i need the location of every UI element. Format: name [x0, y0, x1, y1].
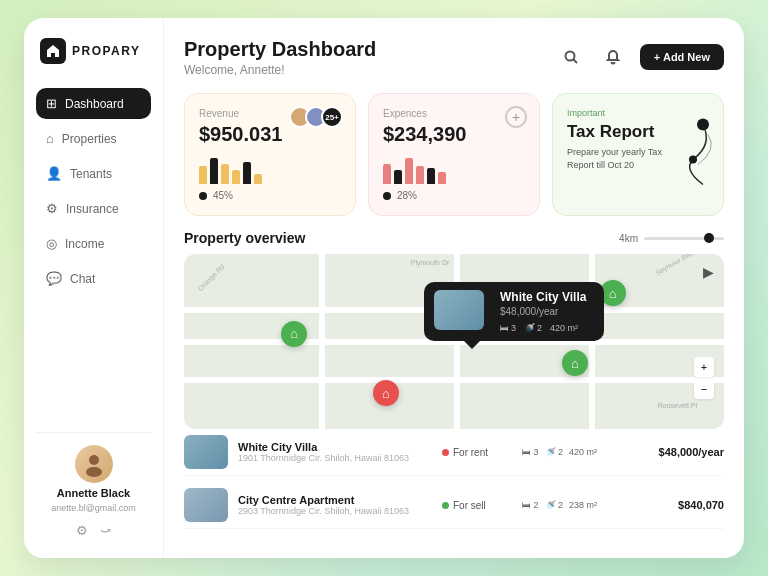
- map-pin-1[interactable]: ⌂: [281, 321, 307, 347]
- sidebar-bottom: Annette Black anette.bl@gmail.com ⚙ ⤻: [36, 432, 151, 538]
- page-title: Property Dashboard: [184, 38, 376, 61]
- popup-beds: 🛏 3: [500, 323, 516, 333]
- add-new-button[interactable]: + Add New: [640, 44, 724, 70]
- property-thumbnail: [184, 435, 228, 469]
- header-actions: + Add New: [556, 42, 724, 72]
- bar: [210, 158, 218, 184]
- bar: [438, 172, 446, 184]
- bar: [405, 158, 413, 184]
- card-avatars: 25+: [289, 106, 343, 128]
- property-status: For sell: [442, 500, 512, 511]
- header: Property Dashboard Welcome, Annette!: [184, 38, 724, 77]
- sidebar-item-income[interactable]: ◎ Income: [36, 228, 151, 259]
- map-navigate-icon[interactable]: ▶: [703, 264, 714, 280]
- distance-label: 4km: [619, 233, 638, 244]
- search-button[interactable]: [556, 42, 586, 72]
- expenses-bars: [383, 152, 525, 184]
- expenses-label: Expences: [383, 108, 525, 119]
- avatar-count: 25+: [321, 106, 343, 128]
- cards-row: Revenue $950.031 25+ 45% Expences $234,3…: [184, 93, 724, 216]
- svg-point-1: [86, 467, 102, 477]
- popup-baths: 🚿 2: [524, 323, 542, 333]
- bar: [254, 174, 262, 184]
- sidebar-item-insurance[interactable]: ⚙ Insurance: [36, 193, 151, 224]
- add-expenses-button[interactable]: +: [505, 106, 527, 128]
- property-specs: 🛏 3 🚿 2 420 m²: [522, 447, 642, 457]
- header-title: Property Dashboard Welcome, Annette!: [184, 38, 376, 77]
- user-actions: ⚙ ⤻: [76, 523, 111, 538]
- overview-section: Property overview 4km: [184, 230, 724, 542]
- status-dot: [442, 502, 449, 509]
- bar: [221, 164, 229, 184]
- revenue-bars: [199, 152, 341, 184]
- property-name: City Centre Apartment: [238, 494, 432, 506]
- property-status: For rent: [442, 447, 512, 458]
- revenue-card: Revenue $950.031 25+ 45%: [184, 93, 356, 216]
- popup-details: 🛏 3 🚿 2 420 m²: [500, 323, 586, 333]
- property-specs: 🛏 2 🚿 2 238 m²: [522, 500, 642, 510]
- dashboard-container: PROPARY ⊞ Dashboard ⌂ Properties 👤 Tenan…: [24, 18, 744, 558]
- property-info: White City Villa 1901 Thornnidge Cir. Sh…: [238, 441, 432, 463]
- map-popup: White City Villa $48,000/year 🛏 3 🚿 2 42…: [424, 282, 604, 341]
- svg-point-5: [689, 156, 697, 164]
- area-spec: 420 m²: [569, 447, 597, 457]
- bar: [199, 166, 207, 184]
- sidebar-item-label: Properties: [62, 132, 117, 146]
- map-pin-2[interactable]: ⌂: [373, 380, 399, 406]
- overview-header: Property overview 4km: [184, 230, 724, 246]
- map-controls: + −: [694, 357, 714, 399]
- progress-dot-exp: [383, 192, 391, 200]
- svg-point-0: [89, 455, 99, 465]
- property-row[interactable]: City Centre Apartment 2903 Thornnidge Ci…: [184, 482, 724, 529]
- sidebar-item-properties[interactable]: ⌂ Properties: [36, 123, 151, 154]
- overview-title: Property overview: [184, 230, 305, 246]
- properties-icon: ⌂: [46, 131, 54, 146]
- property-row[interactable]: White City Villa 1901 Thornnidge Cir. Sh…: [184, 429, 724, 476]
- logout-icon[interactable]: ⤻: [100, 523, 111, 538]
- popup-name: White City Villa: [500, 290, 586, 304]
- beds-spec: 🛏 3: [522, 447, 539, 457]
- tenants-icon: 👤: [46, 166, 62, 181]
- sidebar-item-tenants[interactable]: 👤 Tenants: [36, 158, 151, 189]
- zoom-in-button[interactable]: +: [694, 357, 714, 377]
- road-v1: [319, 254, 325, 429]
- revenue-progress: 45%: [199, 190, 341, 201]
- sidebar-item-dashboard[interactable]: ⊞ Dashboard: [36, 88, 151, 119]
- distance-thumb: [704, 233, 714, 243]
- user-email: anette.bl@gmail.com: [51, 503, 136, 513]
- insurance-icon: ⚙: [46, 201, 58, 216]
- road-label-3: Seymour Blvd: [655, 254, 696, 276]
- expenses-value: $234,390: [383, 123, 525, 146]
- bar: [383, 164, 391, 184]
- svg-line-3: [573, 60, 577, 64]
- sidebar-item-label: Chat: [70, 272, 95, 286]
- notification-button[interactable]: [598, 42, 628, 72]
- main-content: Property Dashboard Welcome, Annette!: [164, 18, 744, 558]
- user-info: Annette Black anette.bl@gmail.com ⚙ ⤻: [36, 445, 151, 538]
- tax-label: Important: [567, 108, 709, 118]
- sidebar-item-label: Income: [65, 237, 104, 251]
- income-icon: ◎: [46, 236, 57, 251]
- zoom-out-button[interactable]: −: [694, 379, 714, 399]
- svg-point-2: [565, 52, 574, 61]
- sidebar-item-label: Insurance: [66, 202, 119, 216]
- sidebar-item-chat[interactable]: 💬 Chat: [36, 263, 151, 294]
- distance-slider[interactable]: [644, 237, 724, 240]
- road-label-1: Orange Rd: [197, 263, 226, 292]
- property-info: City Centre Apartment 2903 Thornnidge Ci…: [238, 494, 432, 516]
- map-background: Orange Rd Plymouth Dr Seymour Blvd Roose…: [184, 254, 724, 429]
- map-pin-4[interactable]: ⌂: [562, 350, 588, 376]
- road-label-4: Roosevelt Pl: [658, 402, 697, 409]
- page-subtitle: Welcome, Annette!: [184, 63, 376, 77]
- logo: PROPARY: [36, 38, 151, 64]
- property-price: $840,070: [652, 499, 724, 511]
- popup-price: $48,000/year: [500, 306, 586, 317]
- user-name: Annette Black: [57, 487, 130, 499]
- logo-text: PROPARY: [72, 44, 141, 58]
- tax-subtitle: Prepare your yearly Tax Report till Oct …: [567, 146, 687, 171]
- sidebar-item-label: Dashboard: [65, 97, 124, 111]
- settings-icon[interactable]: ⚙: [76, 523, 88, 538]
- add-new-label: + Add New: [654, 51, 710, 63]
- expenses-progress-text: 28%: [397, 190, 417, 201]
- nav-items: ⊞ Dashboard ⌂ Properties 👤 Tenants ⚙ Ins…: [36, 88, 151, 432]
